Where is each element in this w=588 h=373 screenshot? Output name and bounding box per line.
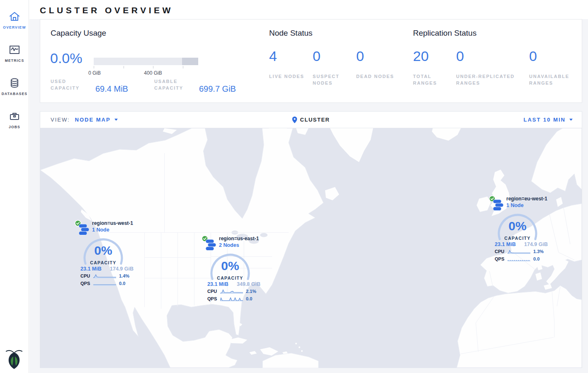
replication-status-title: Replication Status — [413, 29, 587, 38]
live-nodes-label: LIVE NODES — [269, 73, 313, 80]
capacity-percent: 0% — [83, 244, 123, 258]
map-pin-icon — [292, 117, 297, 123]
live-nodes-stat: 4 LIVE NODES — [269, 48, 313, 87]
dead-nodes-label: DEAD NODES — [356, 73, 400, 80]
node-status-title: Node Status — [269, 29, 400, 38]
cpu-sparkline — [508, 249, 530, 254]
cpu-value: 1.4% — [119, 273, 129, 278]
chevron-down-icon — [569, 119, 573, 121]
map-node-us-east-1[interactable]: region=us-east-1 2 Nodes 0% CAPACITY 23.… — [199, 235, 261, 304]
dead-nodes-value: 0 — [356, 48, 400, 64]
jobs-icon — [8, 110, 21, 122]
region-label: region=us-west-1 — [92, 220, 133, 226]
capacity-bar-segment — [182, 58, 198, 65]
capacity-donut: 0% CAPACITY — [498, 214, 537, 254]
under-replicated-ranges-value: 0 — [456, 48, 529, 64]
cpu-label: CPU — [207, 289, 220, 294]
view-mode-dropdown[interactable]: NODE MAP — [75, 117, 118, 123]
qps-value: 0.0 — [533, 256, 539, 261]
usable-capacity-value: 699.7 GiB — [199, 84, 236, 94]
under-replicated-ranges-label: UNDER-REPLICATED RANGES — [456, 73, 522, 87]
main-content: CLUSTER OVERVIEW Capacity Usage 0.0% — [29, 0, 588, 373]
used-capacity-value: 69.4 MiB — [95, 84, 142, 94]
qps-sparkline — [508, 256, 530, 261]
capacity-usage-title: Capacity Usage — [51, 29, 106, 38]
capacity-donut: 0% CAPACITY — [83, 238, 123, 278]
region-label: region=eu-west-1 — [506, 196, 547, 202]
total-capacity: 174.9 GiB — [110, 266, 134, 272]
page-header: CLUSTER OVERVIEW — [29, 0, 588, 19]
used-capacity: 23.1 MiB — [80, 266, 102, 272]
unavailable-ranges-label: UNAVAILABLE RANGES — [529, 73, 587, 87]
sidebar-item-label: JOBS — [9, 125, 20, 129]
cpu-value: 2.1% — [246, 289, 256, 294]
qps-value: 0.0 — [119, 281, 125, 286]
home-icon — [8, 10, 21, 23]
time-range-dropdown[interactable]: LAST 10 MIN — [524, 117, 573, 123]
qps-sparkline — [220, 296, 243, 301]
databases-icon — [8, 77, 21, 89]
cockroachdb-logo — [5, 348, 23, 370]
capacity-axis-label-400: 400 GiB — [144, 70, 162, 76]
map-view-bar: VIEW: NODE MAP CLUSTER LAST 10 MIN — [40, 112, 582, 128]
node-count: 2 Nodes — [219, 242, 259, 248]
total-ranges-value: 20 — [413, 48, 456, 64]
capacity-label: CAPACITY — [83, 260, 123, 265]
qps-label: QPS — [207, 296, 220, 301]
used-capacity: 23.1 MiB — [495, 241, 516, 247]
cpu-value: 1.3% — [533, 249, 544, 254]
page-title: CLUSTER OVERVIEW — [40, 5, 173, 15]
capacity-percent: 0% — [498, 219, 537, 233]
qps-value: 0.0 — [246, 296, 252, 301]
live-nodes-value: 4 — [269, 48, 313, 64]
database-stack-icon — [205, 239, 216, 251]
qps-sparkline — [93, 281, 116, 286]
sidebar-nav: OVERVIEW METRICS DATABASES — [0, 0, 29, 136]
usable-capacity-label: USABLE CAPACITY — [154, 78, 189, 92]
sidebar-item-label: DATABASES — [2, 92, 27, 96]
view-label: VIEW: — [51, 117, 70, 123]
sidebar-item-overview[interactable]: OVERVIEW — [0, 3, 29, 37]
sidebar-item-label: OVERVIEW — [3, 25, 26, 29]
capacity-label: CAPACITY — [498, 236, 537, 241]
capacity-bar-track — [94, 58, 198, 65]
locality-breadcrumb[interactable]: CLUSTER — [292, 117, 330, 123]
map-node-us-west-1[interactable]: region=us-west-1 1 Node 0% CAPACITY 23.1… — [72, 220, 134, 289]
chevron-down-icon — [114, 119, 118, 121]
capacity-donut: 0% CAPACITY — [210, 254, 250, 293]
sidebar: OVERVIEW METRICS DATABASES — [0, 0, 29, 373]
qps-label: QPS — [495, 256, 508, 261]
dead-nodes-stat: 0 DEAD NODES — [356, 48, 400, 87]
node-map-card: VIEW: NODE MAP CLUSTER LAST 10 MIN — [40, 111, 582, 368]
capacity-percent: 0.0% — [50, 50, 83, 66]
capacity-details: USED CAPACITY 69.4 MiB USABLE CAPACITY 6… — [51, 78, 236, 94]
unavailable-ranges-stat: 0 UNAVAILABLE RANGES — [529, 48, 587, 87]
total-ranges-label: TOTAL RANGES — [413, 73, 456, 87]
unavailable-ranges-value: 0 — [529, 48, 587, 64]
total-capacity: 174.9 GiB — [524, 241, 548, 247]
capacity-axis-label-0: 0 GiB — [88, 70, 101, 76]
region-label: region=us-east-1 — [219, 236, 259, 241]
replication-status-section: Replication Status 20 TOTAL RANGES 0 UND… — [413, 20, 587, 87]
sidebar-item-databases[interactable]: DATABASES — [0, 70, 29, 103]
sidebar-item-metrics[interactable]: METRICS — [0, 37, 29, 70]
capacity-bar: 0 GiB 400 GiB — [94, 58, 198, 76]
metrics-icon — [8, 44, 21, 56]
cpu-label: CPU — [495, 249, 508, 254]
database-stack-icon — [78, 224, 90, 236]
cpu-sparkline — [220, 289, 243, 294]
total-ranges-stat: 20 TOTAL RANGES — [413, 48, 456, 87]
suspect-nodes-value: 0 — [313, 48, 356, 64]
node-count: 1 Node — [92, 227, 133, 233]
capacity-label: CAPACITY — [210, 275, 250, 280]
suspect-nodes-stat: 0 SUSPECT NODES — [313, 48, 356, 87]
used-capacity: 23.1 MiB — [207, 281, 228, 287]
cpu-label: CPU — [80, 273, 93, 278]
sidebar-item-jobs[interactable]: JOBS — [0, 103, 29, 136]
cpu-sparkline — [93, 273, 116, 278]
used-capacity-label: USED CAPACITY — [51, 78, 85, 92]
world-map: region=us-west-1 1 Node 0% CAPACITY 23.1… — [40, 128, 582, 368]
sidebar-item-label: METRICS — [5, 59, 24, 63]
map-node-eu-west-1[interactable]: region=eu-west-1 1 Node 0% CAPACITY 23.1… — [486, 195, 549, 264]
database-stack-icon — [493, 199, 504, 211]
